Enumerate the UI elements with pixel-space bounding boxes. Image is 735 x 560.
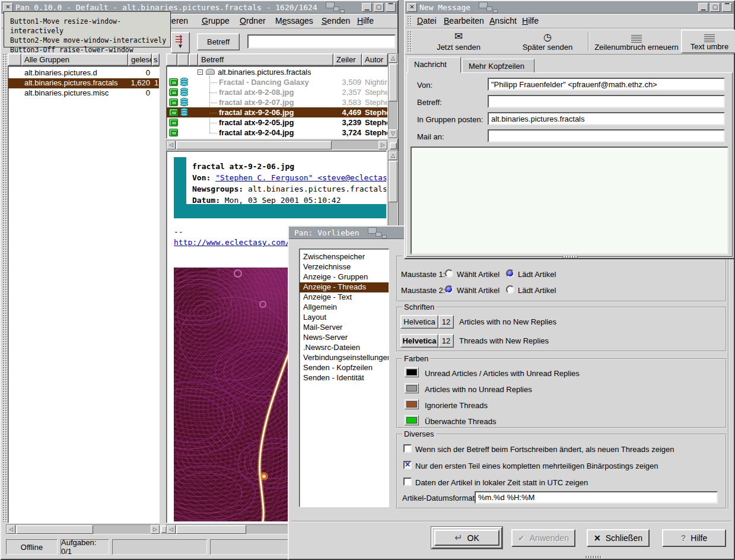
maximize-icon[interactable]: ▢: [710, 3, 720, 12]
menu-hilfe[interactable]: Hilfe: [357, 16, 374, 26]
send-now-button[interactable]: ✉ Jetzt senden: [417, 30, 500, 53]
article-row[interactable]: fractal atx-9-2-08.jpg 2,357 Stephen C: [167, 87, 388, 97]
scroll-right-icon[interactable]: ▷: [378, 141, 387, 149]
shade-icon[interactable]: ▔: [386, 3, 396, 12]
from-link[interactable]: "Stephen C. Ferguson" <steve@eclectasy.c…: [215, 173, 386, 182]
font2-family-button[interactable]: Helvetica: [400, 334, 438, 348]
article-col-author-header[interactable]: Autor: [362, 53, 388, 66]
article-col-parts-header[interactable]: [177, 53, 189, 66]
nav-item[interactable]: Senden - Kopfzeilen: [300, 363, 389, 373]
scroll-left-icon[interactable]: ◁: [7, 525, 15, 534]
pane-splitter-handle[interactable]: [390, 142, 397, 149]
article-row[interactable]: fractal atx-9-2-07.jpg 3,583 Stephen C: [167, 97, 388, 107]
group-col-name-header[interactable]: Alle Gruppen: [21, 53, 128, 66]
nav-item[interactable]: Layout: [300, 313, 389, 323]
betreff-filter-button[interactable]: Betreff: [197, 33, 240, 50]
mouse1-select-radio[interactable]: [445, 269, 453, 278]
color-ignored-swatch[interactable]: [405, 399, 419, 409]
article-row-selected[interactable]: fractal atx-9-2-06.jpg 4,469 Stephen C: [167, 107, 388, 117]
tab-nachricht[interactable]: Nachricht: [408, 57, 461, 73]
subject-search-input[interactable]: [247, 34, 396, 49]
nav-item[interactable]: Anzeige - Text: [300, 292, 389, 303]
font2-size-stepper[interactable]: 12: [438, 334, 454, 348]
message-body-textarea[interactable]: [411, 147, 728, 254]
mouse2-load-radio[interactable]: [506, 285, 514, 294]
subject-change-checkbox[interactable]: [403, 444, 412, 453]
nav-item[interactable]: Zwischenspeicher: [300, 252, 389, 262]
tab-mehr-kopfzeilen[interactable]: Mehr Kopfzeilen: [462, 59, 534, 73]
minimize-icon[interactable]: ▁: [362, 3, 372, 12]
group-hscrollbar[interactable]: ◁ ▷: [6, 524, 160, 534]
nav-item[interactable]: Verzeichnisse: [300, 262, 389, 272]
mouse2-select-radio[interactable]: [445, 285, 453, 294]
from-input[interactable]: [488, 78, 725, 91]
nav-item[interactable]: Mail-Server: [300, 323, 389, 333]
filter-dropdown-button[interactable]: ⇶ ▼: [171, 32, 190, 53]
menu-ordner[interactable]: Ordner: [240, 16, 266, 26]
article-row[interactable]: fractal atx-9-2-05.jpg 3,239 Stephen C: [167, 117, 388, 128]
preview-hscroll-thumb[interactable]: [176, 525, 246, 534]
compose-titlebar[interactable]: ✕ New Message ▁ ▢ ▔: [405, 1, 734, 14]
nav-item[interactable]: News-Server: [300, 333, 389, 343]
group-hscroll-thumb[interactable]: [16, 525, 93, 534]
scroll-left-icon[interactable]: ◁: [167, 141, 176, 149]
menu-messages[interactable]: Messages: [275, 16, 313, 26]
scroll-left-icon[interactable]: ◁: [167, 525, 176, 534]
color-watched-swatch[interactable]: [405, 415, 419, 425]
menu-bearbeiten[interactable]: Bearbeiten: [444, 16, 484, 26]
date-format-input[interactable]: [475, 491, 718, 504]
scroll-up-icon[interactable]: △: [389, 151, 397, 160]
close-icon[interactable]: ✕: [407, 3, 417, 12]
preview-vscroll-thumb[interactable]: [389, 161, 397, 202]
help-button[interactable]: ? Hilfe: [662, 529, 726, 547]
font1-size-stepper[interactable]: 12: [438, 315, 454, 329]
resize-grip[interactable]: [586, 556, 602, 558]
wrap-toggle-button[interactable]: Text umbre: [681, 30, 735, 53]
nav-item[interactable]: Anzeige - Gruppen: [300, 272, 389, 282]
send-later-button[interactable]: ◷ Später senden: [506, 30, 589, 53]
article-row[interactable]: fractal atx-9-2-04.jpg 3,724 Stephen C: [167, 128, 388, 138]
close-icon[interactable]: ✕: [3, 3, 13, 12]
article-col-lines-header[interactable]: Zeiler: [333, 53, 362, 66]
local-time-checkbox[interactable]: [403, 478, 412, 486]
article-vscroll-thumb[interactable]: [389, 63, 397, 101]
color-read-swatch[interactable]: [405, 383, 419, 393]
menu-gruppe[interactable]: Gruppe: [202, 16, 230, 26]
color-unread-swatch[interactable]: [405, 367, 419, 377]
collapse-icon[interactable]: −: [198, 69, 203, 75]
subject-input[interactable]: [488, 95, 725, 108]
article-hscrollbar[interactable]: ◁ ▷: [166, 140, 388, 150]
apply-button[interactable]: ✔ Anwenden: [511, 529, 575, 547]
first-part-only-checkbox[interactable]: [403, 461, 412, 469]
article-col-state-header[interactable]: [166, 53, 177, 66]
menubar-handle[interactable]: [407, 15, 412, 26]
minimize-icon[interactable]: ▁: [698, 3, 708, 12]
status-tasks[interactable]: Aufgaben: 0/1: [61, 539, 109, 555]
mail-to-input[interactable]: [488, 129, 725, 142]
menu-ansicht[interactable]: Ansicht: [489, 16, 517, 26]
article-row[interactable]: Fractal - Dancing Galaxy 3,509 Nightinga: [167, 77, 388, 87]
ok-button[interactable]: ↵ OK: [434, 530, 499, 546]
group-row[interactable]: alt.binaries.pictures.d 0: [8, 68, 159, 78]
group-pane-handle[interactable]: [2, 53, 7, 522]
close-button[interactable]: ✕ Schließen: [587, 529, 650, 547]
article-col-flag-header[interactable]: [189, 53, 198, 66]
mouse1-load-radio[interactable]: [506, 269, 514, 278]
thread-root-row[interactable]: − alt.binaries.pictures.fractals: [167, 67, 388, 77]
resize-grip[interactable]: [562, 256, 578, 258]
menu-senden[interactable]: Senden: [322, 16, 350, 26]
group-col-read-header[interactable]: gelese: [128, 53, 152, 66]
shade-icon[interactable]: ▔: [722, 3, 732, 12]
nav-item[interactable]: Allgemein: [300, 303, 389, 313]
scroll-up-icon[interactable]: △: [389, 54, 397, 63]
nav-item[interactable]: Verbindungseinstellungen: [300, 353, 389, 363]
menu-navigieren-partial[interactable]: ieren: [170, 16, 188, 26]
group-row-selected[interactable]: alt.binaries.pictures.fractals 1,620 1: [8, 78, 159, 88]
article-col-subject-header[interactable]: Betreff: [198, 53, 333, 66]
menu-hilfe[interactable]: Hilfe: [522, 16, 539, 26]
nav-item[interactable]: Senden - Identität: [300, 373, 389, 383]
toolbar-handle[interactable]: [407, 31, 412, 52]
group-col-blank-header[interactable]: [8, 53, 21, 66]
groups-input[interactable]: [488, 112, 725, 125]
rewrap-button[interactable]: Zeilenumbruch erneuern: [592, 30, 681, 53]
